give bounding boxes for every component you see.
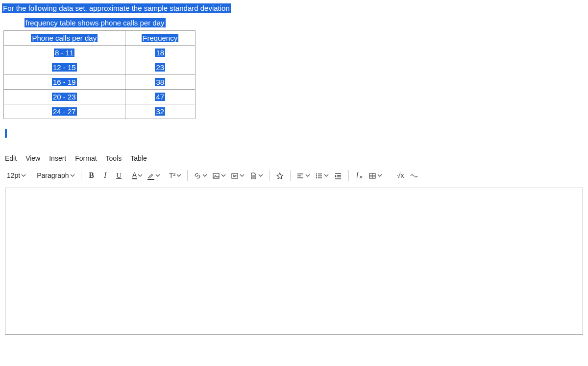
clear-format-icon: I✕ (356, 171, 363, 179)
highlight-color-button[interactable] (146, 169, 162, 182)
svg-point-4 (316, 175, 317, 176)
table-row: 20 - 23 47 (4, 90, 196, 104)
chevron-down-icon (138, 173, 143, 178)
link-icon (194, 171, 201, 179)
image-button[interactable] (210, 169, 228, 182)
menu-insert[interactable]: Insert (49, 154, 66, 162)
italic-button[interactable]: I (99, 169, 112, 182)
table-row: 16 - 19 38 (4, 75, 196, 90)
chevron-down-icon (221, 173, 226, 178)
menu-view[interactable]: View (25, 154, 40, 162)
table-button[interactable] (367, 169, 384, 182)
star-icon (276, 171, 284, 179)
indent-button[interactable] (332, 169, 344, 182)
chevron-down-icon (176, 173, 181, 178)
svg-point-3 (316, 173, 317, 174)
align-icon (296, 171, 304, 179)
svg-point-7 (412, 174, 413, 175)
paragraph-select[interactable]: Paragraph (35, 169, 76, 182)
toolbar-separator (290, 170, 291, 181)
toolbar-separator (81, 170, 81, 181)
math-button[interactable]: √x (394, 169, 407, 182)
editor-textarea[interactable] (5, 188, 583, 335)
underline-button[interactable]: U (113, 169, 125, 182)
document-icon (249, 171, 257, 179)
svg-point-5 (316, 177, 317, 178)
highlighter-icon (147, 171, 154, 179)
chevron-down-icon (305, 173, 310, 178)
chevron-down-icon (324, 173, 329, 178)
chevron-down-icon (240, 173, 245, 178)
chevron-down-icon (21, 173, 26, 178)
superscript-button[interactable]: T² (167, 169, 183, 182)
table-icon (368, 171, 376, 179)
frequency-table: Phone calls per day Frequency 8 - 11 18 … (3, 30, 196, 119)
toolbar-separator (348, 170, 349, 181)
toolbar-separator (269, 170, 270, 181)
media-button[interactable] (229, 169, 246, 182)
menu-format[interactable]: Format (75, 154, 97, 162)
clear-format-button[interactable]: I✕ (353, 169, 366, 182)
math-icon: √x (397, 171, 404, 179)
document-button[interactable] (247, 169, 265, 182)
menu-table[interactable]: Table (130, 154, 147, 162)
question-title-text: For the following data set, approximate … (2, 3, 231, 13)
table-header-left: Phone calls per day (4, 31, 125, 46)
chevron-down-icon (202, 173, 207, 178)
toolbar-separator (187, 170, 188, 181)
chevron-down-icon (70, 173, 75, 178)
link-button[interactable] (192, 169, 209, 182)
editor-menubar: Edit View Insert Format Tools Table (0, 153, 588, 166)
image-icon (212, 171, 220, 179)
question-content: For the following data set, approximate … (0, 0, 588, 153)
bullet-list-button[interactable] (313, 169, 331, 182)
menu-edit[interactable]: Edit (5, 154, 17, 162)
align-button[interactable] (294, 169, 312, 182)
bullet-list-icon (315, 171, 323, 179)
embed-button[interactable] (408, 169, 420, 182)
question-subtitle-text: frequency table shows phone calls per da… (24, 18, 166, 27)
menu-tools[interactable]: Tools (106, 154, 122, 162)
chevron-down-icon (377, 173, 382, 178)
embed-icon (410, 171, 418, 179)
font-size-select[interactable]: 12pt (5, 169, 28, 182)
text-cursor (5, 129, 7, 138)
table-row: 8 - 11 18 (4, 46, 196, 60)
table-row: 24 - 27 32 (4, 104, 196, 119)
svg-point-8 (416, 176, 416, 177)
star-button[interactable] (273, 169, 286, 182)
text-color-button[interactable]: A (130, 169, 145, 182)
editor-toolbar: 12pt Paragraph B I U A T² (0, 166, 588, 185)
media-icon (231, 171, 239, 179)
indent-icon (334, 171, 342, 179)
table-row: 12 - 15 23 (4, 60, 196, 75)
chevron-down-icon (258, 173, 263, 178)
chevron-down-icon (155, 173, 160, 178)
table-header-right: Frequency (125, 31, 195, 46)
bold-button[interactable]: B (85, 169, 98, 182)
